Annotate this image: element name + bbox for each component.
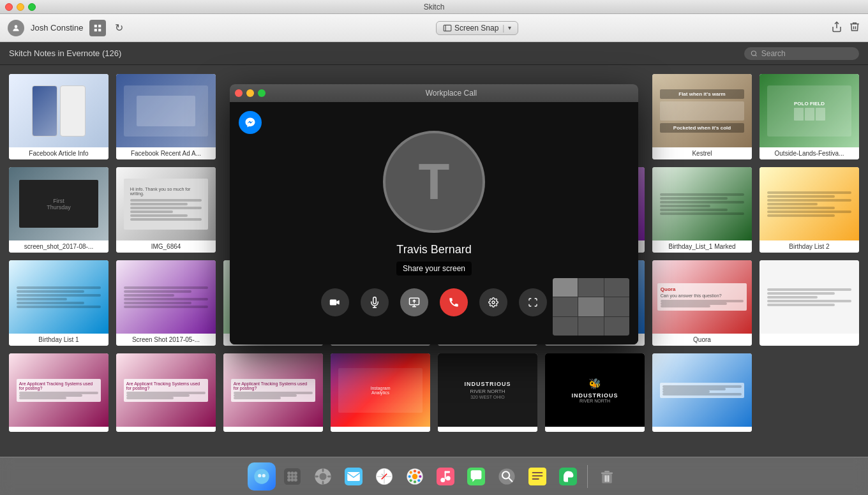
note-label: [760, 334, 859, 339]
fullscreen-button[interactable]: [519, 288, 547, 316]
note-card-fb-ad[interactable]: Facebook Recent Ad A...: [116, 74, 216, 159]
end-call-button[interactable]: [440, 288, 468, 316]
title-bar: Skitch: [0, 0, 868, 14]
minimize-button[interactable]: [17, 3, 24, 11]
svg-point-47: [440, 478, 445, 482]
svg-point-18: [287, 471, 290, 475]
svg-rect-61: [601, 472, 612, 474]
dock-finder[interactable]: [248, 462, 276, 491]
video-titlebar: Workplace Call: [230, 84, 638, 102]
note-thumbnail: Quora Can you answer this question?: [652, 260, 752, 334]
note-card-row4-4[interactable]: Are Applicant Tracking Systems used for …: [223, 353, 323, 432]
search-bar[interactable]: [744, 47, 859, 60]
svg-rect-31: [315, 475, 318, 477]
username: Josh Constine: [31, 23, 83, 33]
note-card-birthday-list-marked[interactable]: Birthday_List_1 Marked: [652, 167, 752, 253]
svg-rect-56: [532, 472, 542, 473]
note-card-instagram[interactable]: InstagramAnalytics: [331, 353, 430, 432]
svg-rect-57: [532, 475, 542, 476]
screen-snap-dropdown[interactable]: ▾: [508, 24, 511, 31]
dock-evernote[interactable]: [554, 462, 582, 491]
svg-rect-5: [444, 25, 451, 31]
svg-point-16: [262, 474, 265, 477]
note-thumbnail: [9, 74, 108, 147]
dock-trash[interactable]: [593, 462, 621, 491]
screen-snap-button[interactable]: Screen Snap | ▾: [436, 21, 519, 35]
note-card-screenshot-2017-05a[interactable]: Screen Shot 2017-05-...: [116, 260, 216, 346]
dock-messages[interactable]: [462, 462, 490, 491]
note-card-kestrel[interactable]: Flat when it's warm Pocketed when it's c…: [652, 74, 752, 159]
note-card-fb-article[interactable]: Facebook Article Info: [9, 74, 108, 159]
svg-point-0: [15, 25, 18, 28]
app-title: Skitch: [424, 3, 445, 11]
svg-point-20: [294, 471, 297, 475]
note-card-row4-2[interactable]: Are Applicant Tracking Systems used for …: [9, 353, 108, 432]
video-minimize-button[interactable]: [246, 89, 254, 97]
note-card-birthday-list-1[interactable]: Birthday List 1: [9, 260, 108, 346]
maximize-button[interactable]: [28, 3, 36, 11]
note-thumbnail: Hi info. Thank you so much for writing.: [116, 167, 216, 240]
svg-point-52: [498, 468, 514, 484]
video-toggle-button[interactable]: [321, 288, 349, 316]
share-button[interactable]: [831, 21, 842, 35]
settings-button[interactable]: [479, 288, 507, 316]
note-label: Facebook Article Info: [9, 147, 108, 159]
toolbar-center: Screen Snap | ▾: [130, 21, 825, 35]
toolbar: Josh Constine ↻ Screen Snap | ▾: [0, 14, 868, 42]
dock-system-prefs[interactable]: [309, 462, 337, 491]
svg-rect-3: [94, 29, 97, 31]
note-card-row4-1[interactable]: [760, 260, 859, 346]
note-card-industrious[interactable]: INDUSTRIOUS RIVER NORTH 320 WEST OHIO: [438, 353, 537, 432]
trash-button[interactable]: [849, 21, 860, 35]
grid-view-button[interactable]: [89, 20, 106, 36]
svg-rect-4: [99, 29, 101, 31]
svg-point-15: [258, 474, 261, 477]
notes-count-title: Skitch Notes in Evernote (126): [9, 48, 121, 58]
note-label: [331, 427, 430, 432]
note-card-screenshot-1[interactable]: FirstThursday screen_shot_2017-08-...: [9, 167, 108, 253]
refresh-button[interactable]: ↻: [115, 22, 123, 34]
dock-safari[interactable]: [370, 462, 398, 491]
mic-toggle-button[interactable]: [361, 288, 389, 316]
note-thumbnail: Flat when it's warm Pocketed when it's c…: [652, 74, 752, 147]
caller-initial: T: [419, 152, 450, 211]
note-card-quora[interactable]: Quora Can you answer this question? Quor…: [652, 260, 752, 346]
svg-point-39: [413, 480, 415, 483]
note-card-outside-lands[interactable]: POLO FIELD Outside-Lands-Festiva...: [760, 74, 859, 159]
dock-mail[interactable]: [340, 462, 368, 491]
svg-rect-50: [444, 471, 449, 473]
svg-rect-34: [347, 472, 360, 481]
svg-point-7: [751, 50, 756, 55]
share-screen-button[interactable]: [400, 288, 428, 316]
note-card-chat[interactable]: [652, 353, 752, 432]
svg-point-28: [319, 473, 326, 480]
note-card-industrious2[interactable]: 🐝 INDUSTRIOUS RIVER NORTH: [545, 353, 645, 432]
note-label: Birthday_List_1 Marked: [652, 240, 752, 253]
note-card-row4-3[interactable]: Are Applicant Tracking Systems used for …: [116, 353, 216, 432]
video-call-window[interactable]: Workplace Call T Travis Bernard Share yo…: [230, 84, 638, 344]
dock-spotlight[interactable]: [493, 462, 521, 491]
dock-itunes[interactable]: [431, 462, 460, 491]
svg-point-44: [409, 479, 412, 482]
dock-launchpad[interactable]: [278, 462, 306, 491]
note-label: Screen Shot 2017-05-...: [116, 334, 216, 346]
caller-name: Travis Bernard: [396, 243, 471, 256]
share-screen-tooltip: Share your screen: [396, 262, 472, 276]
note-card-birthday-list-2[interactable]: Birthday List 2: [760, 167, 859, 253]
svg-point-21: [287, 475, 290, 478]
search-input[interactable]: [761, 49, 853, 58]
note-card-img6864[interactable]: Hi info. Thank you so much for writing. …: [116, 167, 216, 253]
svg-point-26: [294, 478, 297, 481]
svg-point-14: [254, 469, 269, 484]
note-thumbnail: [116, 260, 216, 334]
close-button[interactable]: [5, 3, 13, 11]
note-thumbnail: [760, 167, 859, 240]
dock-photos[interactable]: [401, 462, 429, 491]
video-call-body: T Travis Bernard Share your screen: [230, 102, 638, 344]
svg-point-43: [417, 471, 420, 473]
video-close-button[interactable]: [235, 89, 243, 97]
note-thumbnail: Are Applicant Tracking Systems used for …: [9, 353, 108, 427]
messenger-icon: [239, 111, 262, 134]
dock-notes[interactable]: [523, 462, 551, 491]
video-maximize-button[interactable]: [258, 89, 266, 97]
